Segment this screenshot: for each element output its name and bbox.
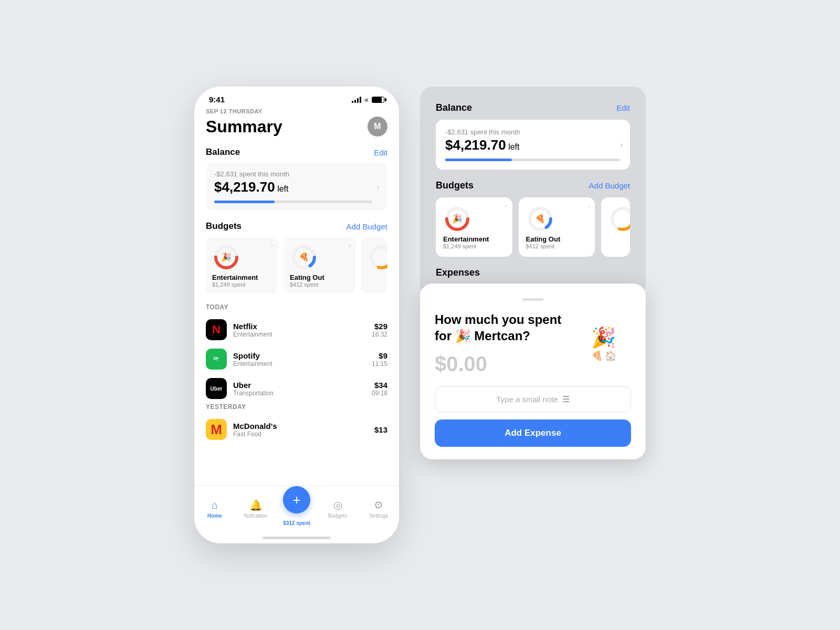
right-budgets-title: Budgets xyxy=(436,180,474,191)
balance-edit[interactable]: Edit xyxy=(374,148,387,157)
svg-text:🎉: 🎉 xyxy=(452,214,463,224)
right-budget-spent-eating-out: $412 spent xyxy=(526,243,588,249)
spotify-name: Spotify xyxy=(233,351,372,360)
battery-icon xyxy=(372,97,384,103)
modal-title-line2: for 🎉 Mertcan? xyxy=(435,329,530,343)
right-budget-name-eating-out: Eating Out xyxy=(526,235,588,243)
budgets-header: Budgets Add Budget xyxy=(206,221,387,232)
budgets-nav-icon: ◎ xyxy=(333,499,342,511)
mcdonalds-icon: M xyxy=(206,419,227,440)
nav-home[interactable]: ⌂ Home xyxy=(194,499,235,519)
mcdonalds-category: Fast Food xyxy=(233,430,374,438)
spotify-time: 11:15 xyxy=(372,360,387,368)
uber-category: Transportation xyxy=(233,390,372,397)
right-progress-fill xyxy=(445,159,512,161)
svg-point-6 xyxy=(371,247,387,268)
expense-mcdonalds[interactable]: M McDonald's Fast Food $13 xyxy=(206,415,387,444)
entertainment-donut: 🎉 xyxy=(212,243,240,271)
mcdonalds-name: McDonald's xyxy=(233,422,374,430)
right-add-budget[interactable]: Add Budget xyxy=(589,181,630,190)
balance-progress-fill xyxy=(214,201,275,203)
add-budget-link[interactable]: Add Budget xyxy=(346,222,387,231)
signal-icon xyxy=(352,97,361,103)
nav-settings-label: Settings xyxy=(369,513,388,519)
nav-budgets-label: Budgets xyxy=(328,513,348,519)
nav-spent-label: $312 spent xyxy=(283,520,310,526)
budget-chevron-icon: › xyxy=(271,242,273,248)
modal-drag-handle xyxy=(522,298,543,301)
note-input[interactable]: Type a small note ☰ xyxy=(435,386,631,412)
right-budgets-header: Budgets Add Budget xyxy=(436,180,630,191)
right-bills-donut xyxy=(608,205,630,233)
expense-netflix[interactable]: N Netflix Entertainment $29 16:32 xyxy=(206,315,387,344)
status-time: 9:41 xyxy=(209,95,225,104)
right-entertainment-donut: 🎉 xyxy=(443,205,471,233)
right-budget-chevron-icon2: › xyxy=(587,203,590,209)
fab-button[interactable]: + xyxy=(283,486,310,513)
balance-card[interactable]: -$2,631 spent this month $4,219.70 left … xyxy=(206,163,387,211)
netflix-name: Netflix xyxy=(233,322,372,331)
budgets-title: Budgets xyxy=(206,221,242,232)
nav-fab-container: + $312 spent xyxy=(276,491,317,526)
add-expense-button[interactable]: Add Expense xyxy=(435,419,631,447)
title-row: Summary M xyxy=(206,117,387,136)
add-expense-modal: How much you spent for 🎉 Mertcan? 🎉 🍕 🏠 … xyxy=(420,284,646,459)
yesterday-label: YESTERDAY xyxy=(206,403,387,411)
bills-donut xyxy=(368,243,387,271)
balance-chevron-icon: › xyxy=(376,183,379,191)
budget-card-entertainment[interactable]: › 🎉 Entertainment $1,249 spent xyxy=(206,237,278,294)
date-label: SEP 12 THURSDAY xyxy=(206,108,387,114)
modal-title-line1: How much you spent xyxy=(435,312,561,327)
right-balance-card[interactable]: -$2,631 spent this month $4,219.70 left … xyxy=(436,120,630,170)
right-budget-card-entertainment[interactable]: › 🎉 Entertainment $1,249 spent xyxy=(436,197,512,257)
modal-emoji-stack: 🎉 🍕 🏠 xyxy=(591,326,616,362)
right-expenses-title: Expenses xyxy=(436,267,630,278)
budget-chevron-icon: › xyxy=(349,242,351,248)
svg-text:🎉: 🎉 xyxy=(221,252,232,262)
spotify-icon xyxy=(206,349,227,370)
right-budget-name-entertainment: Entertainment xyxy=(443,235,505,243)
svg-point-15 xyxy=(612,208,630,229)
balance-spent: -$2,631 spent this month xyxy=(214,170,372,178)
balance-title: Balance xyxy=(206,147,240,158)
balance-progress-track xyxy=(214,201,372,203)
right-balance-title: Balance xyxy=(436,102,472,113)
wifi-icon: ∝ xyxy=(364,96,369,104)
right-balance-header: Balance Edit xyxy=(436,102,630,113)
right-budget-card-bills-partial xyxy=(601,197,630,257)
uber-time: 09:18 xyxy=(372,390,387,397)
modal-title: How much you spent for 🎉 Mertcan? xyxy=(435,311,582,344)
right-balance-left: left xyxy=(508,142,519,151)
expense-uber[interactable]: Uber Uber Transportation $34 09:18 xyxy=(206,374,387,403)
svg-point-8 xyxy=(211,353,222,365)
note-icon: ☰ xyxy=(562,394,570,404)
right-budgets-section: Budgets Add Budget › 🎉 Entertainment $1,… xyxy=(436,180,630,257)
note-placeholder-text: Type a small note xyxy=(496,395,558,404)
nav-notification[interactable]: 🔔 Nofication xyxy=(235,499,276,519)
budget-spent-eating-out: $412 spent xyxy=(290,281,350,288)
home-indicator xyxy=(262,537,331,539)
mcdonalds-amount: $13 xyxy=(374,425,387,434)
right-budget-card-eating-out[interactable]: › 🍕 Eating Out $412 spent xyxy=(519,197,595,257)
nav-settings[interactable]: ⚙ Settings xyxy=(358,499,399,519)
netflix-icon: N xyxy=(206,319,227,340)
uber-amount: $34 xyxy=(372,381,387,390)
home-icon: ⌂ xyxy=(212,499,218,511)
netflix-amount: $29 xyxy=(372,322,387,331)
expense-spotify[interactable]: Spotify Entertainment $9 11:15 xyxy=(206,344,387,374)
modal-main-emoji: 🎉 xyxy=(591,326,616,349)
spotify-amount: $9 xyxy=(372,351,387,360)
budget-card-eating-out[interactable]: › 🍕 Eating Out $412 spent xyxy=(284,237,356,294)
status-bar: 9:41 ∝ xyxy=(194,87,399,108)
nav-budgets[interactable]: ◎ Budgets xyxy=(317,499,358,519)
nav-notification-label: Nofication xyxy=(244,513,267,519)
settings-icon: ⚙ xyxy=(374,499,383,511)
status-icons: ∝ xyxy=(352,96,384,104)
nav-home-label: Home xyxy=(207,513,222,519)
budget-name-entertainment: Entertainment xyxy=(212,274,272,281)
svg-text:🍕: 🍕 xyxy=(535,214,545,224)
right-balance-edit[interactable]: Edit xyxy=(616,103,630,112)
balance-header: Balance Edit xyxy=(206,147,387,158)
today-label: TODAY xyxy=(206,303,387,311)
avatar[interactable]: M xyxy=(368,117,387,136)
